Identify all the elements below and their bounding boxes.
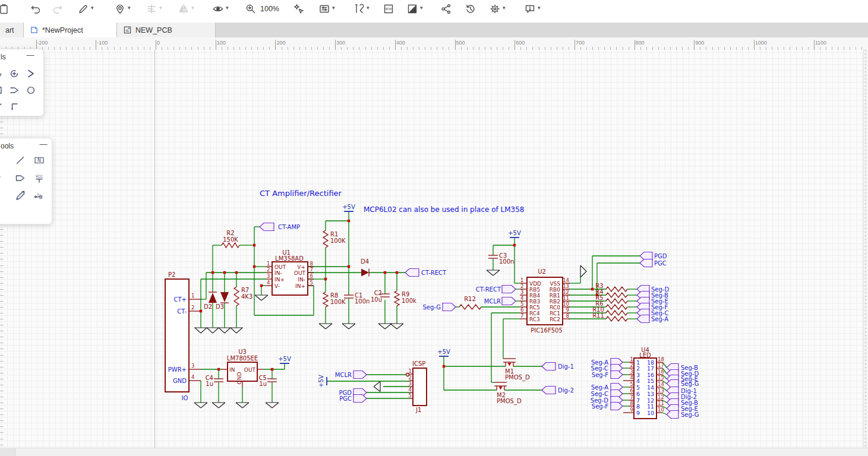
history-button[interactable]: [463, 2, 478, 16]
drawing-tools-title: ls: [1, 53, 6, 61]
ruler-label: 100: [217, 40, 226, 46]
eye-button[interactable]: [211, 2, 225, 16]
svg-text:BOM: BOM: [386, 8, 392, 11]
wizard-icon: [293, 3, 305, 15]
right-scrollbar[interactable]: [863, 50, 868, 448]
bus-entry-tool-icon[interactable]: [0, 170, 7, 186]
corner-arrow-tool-icon[interactable]: [7, 99, 22, 115]
ruler-label: 200: [276, 40, 285, 46]
minimize-icon[interactable]: —: [39, 140, 48, 149]
theme-icon: [406, 3, 418, 15]
ruler-label: 1000: [755, 40, 767, 46]
tab-start-partial[interactable]: art: [0, 23, 24, 37]
line-tool-icon[interactable]: [0, 99, 5, 115]
ruler-major-tick: [814, 40, 815, 50]
ruler-label: 800: [636, 40, 645, 46]
minimize-icon[interactable]: —: [26, 50, 35, 60]
ruler-label: 500: [456, 40, 465, 46]
theme-button[interactable]: [405, 2, 419, 16]
probe-tool-icon[interactable]: [0, 188, 7, 204]
pencil-dropdown-caret[interactable]: ▾: [91, 5, 94, 11]
ruler-label: 300: [336, 40, 345, 46]
schematic-canvas[interactable]: [0, 50, 868, 448]
ruler-major-tick: [395, 40, 396, 50]
bus-tool-icon[interactable]: [0, 153, 7, 168]
undo-icon: [30, 3, 42, 15]
arrow-tool-icon[interactable]: [23, 66, 39, 81]
ruler-major-tick: [635, 40, 635, 50]
tab-newproject-label: *NewProject: [42, 26, 83, 34]
bom-button[interactable]: BOM: [381, 2, 396, 16]
eye-dropdown-caret[interactable]: ▾: [226, 5, 229, 11]
align-dropdown-caret: ▾: [159, 5, 162, 11]
net-port-tool-icon[interactable]: [12, 170, 28, 186]
clipboard-button[interactable]: [0, 2, 11, 16]
scrollbar-corner: [0, 448, 15, 456]
pencil-button[interactable]: [76, 2, 90, 16]
eye-icon: [212, 3, 224, 15]
tab-start-label: art: [5, 26, 14, 34]
ruler-label: 1100: [815, 40, 826, 46]
theme-dropdown-caret[interactable]: ▾: [420, 5, 423, 11]
settings-button[interactable]: [488, 2, 502, 16]
feedback-dropdown-caret[interactable]: ▾: [538, 5, 541, 11]
horizontal-scrollbar[interactable]: [0, 448, 868, 456]
rect-tool-icon[interactable]: [0, 83, 5, 98]
circle-tool-icon[interactable]: [23, 83, 39, 98]
tabbar-empty-space: [216, 23, 868, 37]
wiring-tools-title: ools: [1, 142, 14, 150]
ruler-major-tick: [754, 40, 755, 50]
ruler-major-tick: [216, 40, 216, 50]
share-button[interactable]: [439, 2, 453, 16]
ruler-major-tick: [275, 40, 276, 50]
tab-newpcb-label: NEW_PCB: [135, 26, 172, 34]
location-icon: [114, 3, 126, 15]
net-label-tool-icon[interactable]: N: [31, 153, 47, 168]
mirror-dropdown-caret: ▾: [191, 5, 194, 11]
undo-button[interactable]: [29, 2, 43, 16]
ruler-label: 400: [396, 40, 405, 46]
document-tabbar: art *NewProject NEW_PCB: [0, 23, 868, 37]
tools-button[interactable]: [352, 2, 366, 16]
zoom-level[interactable]: 100%: [260, 5, 279, 13]
clipboard-icon: [0, 3, 10, 15]
history-icon: [465, 3, 476, 15]
settings-dropdown-caret[interactable]: ▾: [503, 5, 506, 11]
location-button[interactable]: [113, 2, 127, 16]
pin-tool-icon[interactable]: 1: [31, 188, 47, 204]
svg-text:VCC: VCC: [36, 174, 43, 178]
pen-tool-icon[interactable]: [12, 188, 28, 204]
pentagon-arrow-tool-icon[interactable]: [7, 83, 22, 98]
ruler-label: 700: [576, 40, 585, 46]
feedback-button[interactable]: [523, 2, 537, 16]
ruler-major-tick: [575, 40, 575, 50]
grid-origin-line: [154, 50, 155, 448]
panel-dropdown-caret[interactable]: ▾: [332, 5, 335, 11]
tab-newpcb[interactable]: NEW_PCB: [117, 23, 216, 37]
ruler-label: 600: [516, 40, 525, 46]
ruler-major-tick: [335, 40, 336, 50]
wire-tool-icon[interactable]: [12, 153, 28, 168]
drawing-tools-panel: ls —: [0, 49, 44, 116]
zoom-in-icon: [245, 3, 257, 15]
vcc-tool-icon[interactable]: VCC: [31, 170, 47, 186]
svg-text:1: 1: [37, 192, 39, 196]
redo-button: [50, 2, 65, 16]
location-dropdown-caret[interactable]: ▾: [128, 5, 131, 11]
zoom-in-button[interactable]: [244, 2, 258, 16]
ruler-label: 0: [157, 40, 160, 46]
ruler-label: 900: [695, 40, 704, 46]
pencil-icon: [77, 3, 89, 15]
arc-tool-icon[interactable]: [0, 66, 5, 81]
ruler-major-tick: [515, 40, 515, 50]
align-button: [144, 2, 159, 16]
svg-text:N: N: [37, 158, 41, 163]
ruler-major-tick: [455, 40, 456, 50]
wizard-button[interactable]: [292, 2, 306, 16]
tools-dropdown-caret[interactable]: ▾: [367, 5, 370, 11]
pcb-doc-icon: [123, 26, 132, 34]
panel-button[interactable]: [317, 2, 332, 16]
ruler-label: -200: [37, 40, 48, 46]
circle-arc-tool-icon[interactable]: [7, 66, 22, 81]
tab-newproject[interactable]: *NewProject: [24, 23, 117, 37]
